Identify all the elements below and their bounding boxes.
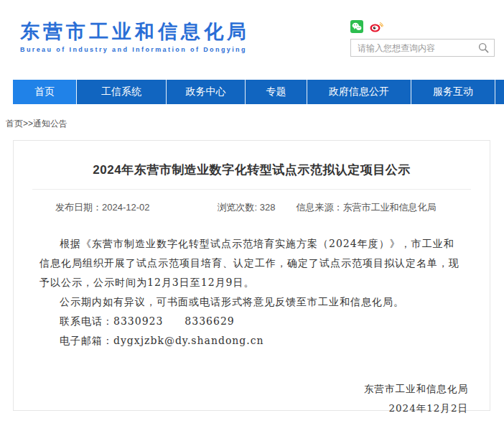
article-paragraph-phone: 联系电话：8330923 8336629 [39, 312, 464, 331]
article-paragraph: 公示期内如有异议，可书面或电话形式将意见反馈至市工业和信息化局。 [39, 292, 464, 312]
info-source: 信息来源：东营市工业和信息化局 [296, 201, 436, 214]
article-meta: 发布日期：2024-12-02 浏览次数: 328 信息来源：东营市工业和信息化… [14, 201, 490, 214]
nav-item-zhuanti[interactable]: 专题 [246, 80, 307, 104]
breadcrumb-current[interactable]: 通知公告 [33, 119, 67, 129]
site-subtitle-english: Bureau of Industry and Information of Do… [20, 46, 250, 53]
article-paragraph: 根据《东营市制造业数字化转型试点示范培育实施方案（2024年度）》，市工业和信息… [39, 234, 464, 292]
breadcrumb-home[interactable]: 首页 [6, 119, 23, 129]
publish-date-value: 2024-12-02 [102, 202, 150, 213]
article-body: 根据《东营市制造业数字化转型试点示范培育实施方案（2024年度）》，市工业和信息… [14, 234, 490, 351]
social-links [350, 20, 495, 33]
site-header: 东营市工业和信息化局 Bureau of Industry and Inform… [0, 0, 504, 80]
search-icon [478, 42, 489, 53]
signature-org: 东营市工业和信息化局 [14, 379, 468, 399]
article-paragraph-email: 电子邮箱：dygxjzbk@dy.shandong.cn [39, 331, 464, 351]
nav-item-gongxin[interactable]: 工信系统 [77, 80, 167, 104]
header-right [350, 20, 495, 57]
view-count-value: 328 [260, 202, 276, 213]
info-source-value: 东营市工业和信息化局 [342, 202, 436, 213]
publish-date: 发布日期：2024-12-02 [55, 201, 150, 214]
search-box [350, 39, 495, 57]
main-nav: 首页 工信系统 政务中心 专题 政府信息公开 服务互动 [13, 80, 504, 104]
publish-date-label: 发布日期： [55, 202, 102, 213]
search-input[interactable] [356, 42, 478, 54]
signature-block: 东营市工业和信息化局 2024年12月2日 [14, 379, 490, 418]
site-logo[interactable]: 东营市工业和信息化局 Bureau of Industry and Inform… [20, 19, 250, 53]
nav-item-zhengwu[interactable]: 政务中心 [167, 80, 246, 104]
view-count: 浏览次数: 328 [218, 201, 276, 214]
view-count-label: 浏览次数: [218, 202, 260, 213]
nav-item-info-public[interactable]: 政府信息公开 [307, 80, 411, 104]
article-title: 2024年东营市制造业数字化转型试点示范拟认定项目公示 [28, 162, 475, 178]
nav-item-home[interactable]: 首页 [13, 80, 77, 104]
wechat-icon[interactable] [350, 20, 363, 33]
weibo-icon[interactable] [370, 20, 383, 33]
breadcrumb-separator: >> [23, 119, 33, 129]
title-divider [32, 189, 471, 190]
info-source-label: 信息来源： [296, 202, 342, 213]
breadcrumb: 首页>>通知公告 [6, 118, 67, 130]
search-button[interactable] [478, 42, 489, 53]
nav-item-overflow[interactable] [495, 80, 504, 104]
site-title: 东营市工业和信息化局 [20, 19, 250, 45]
nav-item-service[interactable]: 服务互动 [411, 80, 495, 104]
signature-date: 2024年12月2日 [14, 399, 468, 418]
article-card: 2024年东营市制造业数字化转型试点示范拟认定项目公示 发布日期：2024-12… [13, 140, 490, 411]
